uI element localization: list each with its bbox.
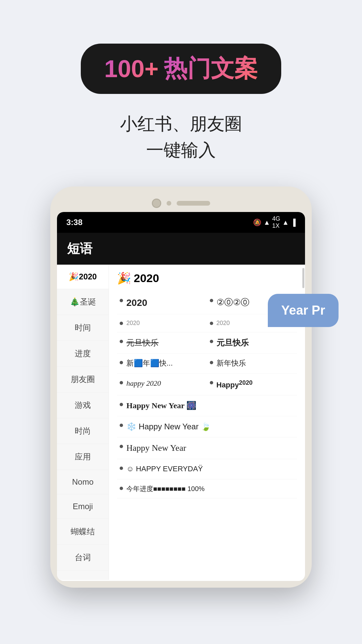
subtitle-line2: 一键输入 xyxy=(120,137,242,163)
item-text: 元旦快乐 xyxy=(126,337,204,348)
mute-icon: 🔕 xyxy=(253,218,261,226)
bullet-icon xyxy=(210,299,213,302)
list-item[interactable]: Happy New Year 🎆 xyxy=(117,395,297,417)
bullet-icon xyxy=(120,487,123,490)
status-icons: 🔕 ▲ 4G1X ▲ ▐ xyxy=(253,215,296,229)
sidebar-item-emoji[interactable]: Emoji xyxy=(57,494,109,519)
bullet-icon xyxy=(120,403,123,406)
sidebar: 🎉2020 🎄圣诞 时间 进度 朋友圈 游戏 时尚 应用 Nomo Emoji … xyxy=(57,265,109,580)
sidebar-item-nomo[interactable]: Nomo xyxy=(57,470,109,494)
badge-number: 100+ xyxy=(104,55,159,83)
phone-notch xyxy=(57,193,305,212)
bullet-icon xyxy=(120,361,123,364)
bullet-icon xyxy=(120,424,123,427)
list-item[interactable]: Happy2020 xyxy=(207,374,297,395)
bullet-icon xyxy=(210,361,213,364)
item-text: 今年进度■■■■■■■■ 100% xyxy=(126,484,294,493)
bullet-icon xyxy=(120,340,123,343)
bullet-icon xyxy=(120,445,123,448)
bullet-icon xyxy=(210,340,213,343)
sidebar-item-time[interactable]: 时间 xyxy=(57,315,109,341)
sidebar-item-progress[interactable]: 进度 xyxy=(57,341,109,367)
item-text: 新年快乐 xyxy=(217,358,295,369)
sidebar-item-moments[interactable]: 朋友圈 xyxy=(57,367,109,392)
scrollbar[interactable] xyxy=(302,268,304,288)
item-text: ❄️ Happy New Year 🍃 xyxy=(126,421,294,432)
sidebar-item-bow[interactable]: 蝴蝶结 xyxy=(57,519,109,545)
signal-icon: ▲ xyxy=(282,219,289,226)
list-item[interactable]: 新年快乐 xyxy=(207,354,297,374)
app-title: 短语 xyxy=(67,240,295,257)
bullet-icon xyxy=(210,381,213,384)
item-text: Happy2020 xyxy=(217,378,295,390)
sidebar-item-christmas[interactable]: 🎄圣诞 xyxy=(57,289,109,315)
camera-icon xyxy=(152,199,161,208)
item-text: Happy New Year 🎆 xyxy=(126,400,294,412)
tooltip-bubble: Year Pr xyxy=(268,294,305,327)
bullet-icon xyxy=(210,322,213,325)
subtitle-line1: 小红书、朋友圈 xyxy=(120,111,242,137)
list-item[interactable]: Happy New Year xyxy=(117,437,297,459)
phone-screen: 3:38 🔕 ▲ 4G1X ▲ ▐ 短语 🎉2020 🎄圣诞 xyxy=(57,212,305,581)
status-bar: 3:38 🔕 ▲ 4G1X ▲ ▐ xyxy=(57,212,305,233)
status-time: 3:38 xyxy=(66,218,82,227)
sensor-icon xyxy=(167,201,171,206)
bullet-icon xyxy=(120,322,123,325)
subtitle: 小红书、朋友圈 一键输入 xyxy=(120,111,242,163)
app-content: 🎉2020 🎄圣诞 时间 进度 朋友圈 游戏 时尚 应用 Nomo Emoji … xyxy=(57,265,305,580)
sidebar-item-app[interactable]: 应用 xyxy=(57,444,109,470)
item-text: 2020 xyxy=(126,319,204,327)
bullet-icon xyxy=(120,299,123,302)
sidebar-item-2020[interactable]: 🎉2020 xyxy=(57,265,109,289)
item-text: ☺ HAPPY EVERYDAŸ xyxy=(126,464,294,474)
network-label: 4G1X xyxy=(272,215,280,229)
sidebar-item-lines[interactable]: 台词 xyxy=(57,545,109,571)
list-item[interactable]: 元旦快乐 xyxy=(117,332,207,354)
list-item[interactable]: 2020 xyxy=(117,291,207,314)
sidebar-item-game[interactable]: 游戏 xyxy=(57,392,109,418)
top-badge: 100+ 热门文案 xyxy=(81,44,281,94)
speaker-icon xyxy=(177,201,210,206)
phone-mockup: 3:38 🔕 ▲ 4G1X ▲ ▐ 短语 🎉2020 🎄圣诞 xyxy=(37,186,325,588)
section-icon: 🎉 xyxy=(117,271,131,285)
section-header: 🎉 2020 xyxy=(117,271,297,285)
battery-icon: ▐ xyxy=(291,219,296,226)
list-item[interactable]: 今年进度■■■■■■■■ 100% xyxy=(117,479,297,498)
phone-shell: 3:38 🔕 ▲ 4G1X ▲ ▐ 短语 🎉2020 🎄圣诞 xyxy=(50,186,312,588)
item-text: 元旦快乐 xyxy=(217,337,295,348)
item-text: happy 2020 xyxy=(126,378,204,389)
bullet-icon xyxy=(120,381,123,384)
list-item[interactable]: ❄️ Happy New Year 🍃 xyxy=(117,416,297,437)
list-item[interactable]: 新🟦年🟦快... xyxy=(117,354,207,374)
list-item[interactable]: 元旦快乐 xyxy=(207,332,297,354)
badge-text: 热门文案 xyxy=(164,53,258,85)
sidebar-item-fashion[interactable]: 时尚 xyxy=(57,418,109,444)
item-text: 新🟦年🟦快... xyxy=(126,358,204,369)
list-item[interactable]: happy 2020 xyxy=(117,374,207,395)
list-item[interactable]: ☺ HAPPY EVERYDAŸ xyxy=(117,459,297,479)
section-title: 2020 xyxy=(134,272,159,285)
list-item[interactable]: 2020 xyxy=(117,314,207,332)
app-header: 短语 xyxy=(57,233,305,265)
item-text: 2020 xyxy=(126,296,204,309)
wifi-icon: ▲ xyxy=(263,219,270,226)
tooltip-text: Year Pr xyxy=(281,303,305,317)
bullet-icon xyxy=(120,467,123,470)
item-text: Happy New Year xyxy=(126,442,294,454)
